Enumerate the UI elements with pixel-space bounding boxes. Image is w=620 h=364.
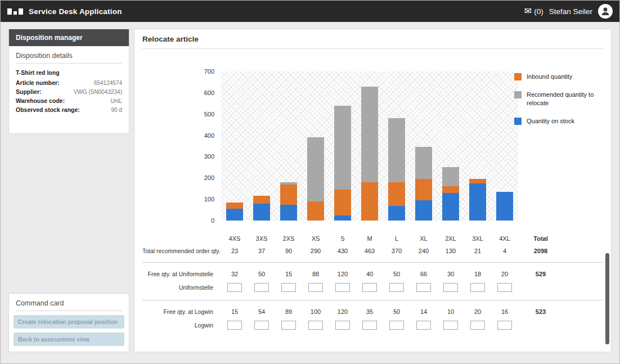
uniformstelle-qty-input-2XS[interactable] <box>281 283 296 292</box>
logwin-qty-input-XS[interactable] <box>308 321 323 330</box>
value-cell: 89 <box>275 308 302 315</box>
field-value: 654124574 <box>94 80 122 86</box>
uniformstelle-qty-input-4XS[interactable] <box>227 283 242 292</box>
stacked-bar <box>334 106 351 221</box>
uniformstelle-qty-input-XL[interactable] <box>416 283 431 292</box>
uniformstelle-qty-input-L[interactable] <box>389 283 404 292</box>
row-label-free-qty-uniformstelle: Free qty. at Uniformstelle <box>142 271 221 277</box>
avatar[interactable] <box>598 4 613 19</box>
back-to-assessment-button[interactable]: Back to assessment view <box>14 332 124 346</box>
uniformstelle-qty-input-XS[interactable] <box>308 283 323 292</box>
input-cell <box>221 318 248 332</box>
logwin-qty-input-4XS[interactable] <box>227 321 242 330</box>
uniformstelle-qty-input-4XL[interactable] <box>497 283 512 292</box>
logwin-qty-input-M[interactable] <box>362 321 377 330</box>
value-cell: 66 <box>410 271 437 277</box>
table-row-uniformstelle: Uniformstelle <box>142 280 603 295</box>
legend-label: Quantity on stock <box>527 117 574 125</box>
value-cell: 4 <box>491 248 518 254</box>
row-total: 2098 <box>518 248 563 254</box>
logwin-qty-input-4XL[interactable] <box>497 321 512 330</box>
bar-segment <box>442 193 459 221</box>
category-label: 2XS <box>275 235 302 242</box>
mail-button[interactable]: ✉ (0) <box>524 7 543 16</box>
logwin-qty-input-L[interactable] <box>389 321 404 330</box>
stacked-bar <box>496 192 513 221</box>
user-name: Stefan Seiler <box>549 7 592 16</box>
category-label: 4XS <box>221 235 248 242</box>
value-cell: 23 <box>221 248 248 254</box>
value-cell: 290 <box>302 248 329 254</box>
chart-legend: Inbound quantityRecomended quantity to r… <box>514 73 600 134</box>
table-row-free-qty-uniformstelle: Free qty. at Uniformstelle32501588120405… <box>142 268 603 280</box>
value-cell: 90 <box>275 248 302 254</box>
field-warehouse-code: Warehouse code: UniL <box>9 96 129 105</box>
input-cell <box>302 318 329 332</box>
value-cell: 35 <box>356 308 383 315</box>
command-card-panel: Command card Create relocation proposal … <box>8 293 129 352</box>
stacked-bar <box>442 167 459 221</box>
stacked-bar <box>415 147 432 221</box>
logo-block <box>19 8 23 15</box>
vertical-scrollbar[interactable] <box>605 253 609 344</box>
stacked-bar-chart: 0100200300400500600700 Inbound quantityR… <box>142 66 603 230</box>
category-label: XS <box>302 235 329 242</box>
value-cell: 20 <box>464 308 491 315</box>
logwin-qty-input-2XS[interactable] <box>281 321 296 330</box>
row-label-free-qty-logwin: Free qty. at Logwin <box>142 308 221 315</box>
value-cell: 37 <box>248 248 275 254</box>
bar-segment <box>442 167 459 186</box>
stacked-bar <box>307 137 324 221</box>
category-label: M <box>356 235 383 242</box>
input-cell <box>491 318 518 332</box>
bar-segment <box>253 204 270 221</box>
input-cell <box>464 280 491 295</box>
value-cell: 463 <box>356 248 383 254</box>
command-card-title: Command card <box>16 299 122 311</box>
y-axis-tick: 100 <box>142 196 214 203</box>
logwin-qty-input-3XS[interactable] <box>254 321 269 330</box>
value-cell: 21 <box>464 248 491 254</box>
value-cell: 430 <box>329 248 356 254</box>
value-cell: 120 <box>329 308 356 315</box>
value-cell: 18 <box>464 271 491 277</box>
relocate-article-panel: Relocate article 0100200300400500600700 … <box>134 29 612 352</box>
logwin-qty-input-3XL[interactable] <box>470 321 485 330</box>
create-relocation-proposal-button[interactable]: Create relocation proposal position <box>14 315 124 329</box>
uniformstelle-qty-input-3XL[interactable] <box>470 283 485 292</box>
legend-swatch-icon <box>514 118 522 125</box>
input-cell <box>464 318 491 332</box>
disposition-manager-header: Disposition manager <box>9 29 129 46</box>
bar-segment <box>415 147 432 179</box>
input-cell <box>248 280 275 295</box>
logwin-qty-input-S[interactable] <box>335 321 350 330</box>
value-cell: 370 <box>383 248 410 254</box>
logwin-qty-input-XL[interactable] <box>416 321 431 330</box>
bar-L <box>383 71 410 221</box>
uniformstelle-qty-input-S[interactable] <box>335 283 350 292</box>
input-cell <box>275 318 302 332</box>
uniformstelle-qty-input-2XL[interactable] <box>443 283 458 292</box>
field-observed-stock-range: Observed stock range: 90 d <box>9 105 129 114</box>
field-label: Supplier: <box>16 88 42 95</box>
value-cell: 130 <box>437 248 464 254</box>
bar-segment <box>469 179 486 183</box>
value-cell: 16 <box>491 308 518 315</box>
row-label-logwin: Logwin <box>142 322 221 329</box>
uniformstelle-qty-input-3XS[interactable] <box>254 283 269 292</box>
logwin-qty-input-2XL[interactable] <box>443 321 458 330</box>
company-logo <box>7 8 23 15</box>
input-cell <box>248 318 275 332</box>
field-value: UniL <box>110 98 122 104</box>
chart-bars <box>221 71 518 221</box>
app-title: Service Desk Application <box>29 7 122 16</box>
bar-segment <box>442 186 459 192</box>
bar-3XS <box>248 71 275 221</box>
category-label: 4XL <box>491 235 518 242</box>
value-cell: 32 <box>221 271 248 277</box>
data-rows: 4XS3XS2XSXSSMLXL2XL3XL4XLTotalTotal reco… <box>142 232 603 332</box>
uniformstelle-qty-input-M[interactable] <box>362 283 377 292</box>
field-label: Article number: <box>16 79 60 86</box>
bar-segment <box>334 190 351 215</box>
separator <box>142 300 603 300</box>
